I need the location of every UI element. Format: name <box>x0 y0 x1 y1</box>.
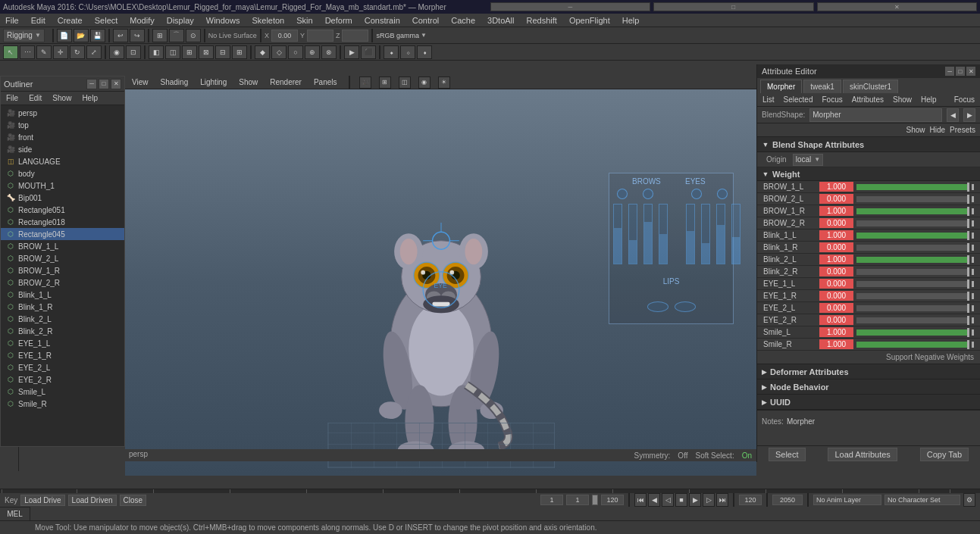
hide-btn[interactable]: Hide <box>930 126 946 134</box>
weight-value[interactable]: 0.000 <box>819 315 853 325</box>
presets-btn-container[interactable]: Presets <box>950 126 975 134</box>
outliner-menu-edit[interactable]: Edit <box>27 94 44 102</box>
menu-file[interactable]: File <box>3 16 21 25</box>
render1[interactable]: ▶ <box>344 45 359 59</box>
weight-value[interactable]: 0.000 <box>819 242 853 252</box>
outliner-item-brow_1_r[interactable]: ⬡BROW_1_R <box>1 264 124 276</box>
char-set-select[interactable]: No Character Set <box>885 495 960 505</box>
play-back-btn[interactable]: ◁ <box>662 493 674 507</box>
lasso-tool[interactable]: ⋯ <box>20 45 35 59</box>
menu-create[interactable]: Create <box>55 16 85 25</box>
bs-prev-arrow[interactable]: ◀ <box>947 108 959 122</box>
menu-select[interactable]: Select <box>92 16 121 25</box>
range-end-playback[interactable]: 120 <box>601 495 624 505</box>
snap1[interactable]: ◆ <box>255 45 270 59</box>
vp-panels[interactable]: Panels <box>312 78 340 86</box>
weight-row-eye_1_r[interactable]: EYE_1_R0.000 <box>757 290 980 302</box>
weight-row-eye_2_l[interactable]: EYE_2_L0.000 <box>757 302 980 314</box>
rigging-dropdown[interactable]: Rigging ▼ <box>3 29 45 42</box>
menu-display[interactable]: Display <box>164 16 196 25</box>
vp-light-btn[interactable]: ☀ <box>438 77 450 89</box>
outliner-item-blink_1_l[interactable]: ⬡Blink_1_L <box>1 289 124 301</box>
toolbar-undo[interactable]: ↩ <box>113 29 128 42</box>
outliner-item-rectangle045[interactable]: ⬡Rectangle045 <box>1 228 124 240</box>
outliner-item-brow_1_l[interactable]: ⬡BROW_1_L <box>1 240 124 252</box>
outliner-item-rectangle018[interactable]: ⬡Rectangle018 <box>1 216 124 228</box>
outliner-item-blink_2_l[interactable]: ⬡Blink_2_L <box>1 313 124 325</box>
outliner-item-brow_2_l[interactable]: ⬡BROW_2_L <box>1 252 124 264</box>
weight-row-blink_1_l[interactable]: Blink_1_L1.000 <box>757 230 980 242</box>
menu-skin[interactable]: Skin <box>294 16 315 25</box>
scale-tool[interactable]: ⤢ <box>86 45 102 59</box>
menu-constrain[interactable]: Constrain <box>362 16 402 25</box>
weight-value[interactable]: 0.000 <box>819 303 853 313</box>
outliner-item-top[interactable]: 🎥top <box>1 119 124 131</box>
weight-slider-track[interactable] <box>856 342 969 348</box>
next-frame-btn[interactable]: ▷ <box>703 493 715 507</box>
attr-show-menu[interactable]: Show <box>891 95 914 104</box>
menu-help[interactable]: Help <box>620 16 642 25</box>
stop-btn[interactable]: ■ <box>675 493 687 507</box>
outliner-item-side[interactable]: 🎥side <box>1 143 124 155</box>
attr-focus-btn[interactable]: Focus <box>819 95 844 104</box>
poly-model3[interactable]: ⊞ <box>182 45 197 59</box>
outliner-item-mouth_1[interactable]: ⬡MOUTH_1 <box>1 180 124 192</box>
weight-slider-track[interactable] <box>856 305 969 311</box>
node-behavior-header[interactable]: ▶ Node Behavior <box>757 379 980 395</box>
rotate-tool[interactable]: ↻ <box>70 45 85 59</box>
menu-skeleton[interactable]: Skeleton <box>249 16 286 25</box>
weight-row-blink_2_l[interactable]: Blink_2_L1.000 <box>757 254 980 266</box>
outliner-menu-help[interactable]: Help <box>80 94 100 102</box>
attr-selected-btn[interactable]: Selected <box>781 95 816 104</box>
move-tool[interactable]: ✛ <box>53 45 68 59</box>
weight-row-eye_1_l[interactable]: EYE_1_L0.000 <box>757 278 980 290</box>
anim3[interactable]: ⬧ <box>417 45 432 59</box>
toolbar-snap-curve[interactable]: ⌒ <box>169 29 184 42</box>
outliner-item-blink_1_r[interactable]: ⬡Blink_1_R <box>1 301 124 313</box>
outliner-item-smile_r[interactable]: ⬡Smile_R <box>1 398 124 410</box>
vp-renderer[interactable]: Renderer <box>268 78 304 86</box>
outliner-menu-show[interactable]: Show <box>50 94 74 102</box>
menu-control[interactable]: Control <box>410 16 441 25</box>
vp-cam-btn[interactable]: 🎥 <box>359 77 371 89</box>
attr-float[interactable]: □ <box>956 67 965 76</box>
play-fwd-btn[interactable]: ▶ <box>689 493 701 507</box>
weight-row-smile_l[interactable]: Smile_L1.000 <box>757 326 980 339</box>
outliner-item-rectangle051[interactable]: ⬡Rectangle051 <box>1 204 124 216</box>
weight-value[interactable]: 1.000 <box>819 206 853 216</box>
menu-modify[interactable]: Modify <box>127 16 156 25</box>
weight-value[interactable]: 1.000 <box>819 339 853 349</box>
uuid-section-header[interactable]: ▶ UUID <box>757 395 980 410</box>
weight-slider-track[interactable] <box>856 317 969 323</box>
origin-select[interactable]: local ▼ <box>793 154 824 166</box>
outliner-maximize[interactable]: □ <box>99 79 109 89</box>
toolbar-save[interactable]: 💾 <box>90 29 105 42</box>
z-input[interactable] <box>342 30 368 42</box>
menu-openflight[interactable]: OpenFlight <box>567 16 612 25</box>
tab-skincluster1[interactable]: skinCluster1 <box>843 80 898 93</box>
copy-tab-btn[interactable]: Copy Tab <box>920 448 969 461</box>
snap2[interactable]: ◇ <box>271 45 286 59</box>
bsa-section-header[interactable]: ▼ Blend Shape Attributes <box>757 137 980 152</box>
outliner-item-body[interactable]: ⬡body <box>1 167 124 180</box>
outliner-item-eye_2_r[interactable]: ⬡EYE_2_R <box>1 373 124 386</box>
snap4[interactable]: ⊕ <box>305 45 320 59</box>
outliner-item-bip001[interactable]: 🦴Bip001 <box>1 192 124 204</box>
weight-slider-track[interactable] <box>856 220 969 226</box>
attr-attributes-btn[interactable]: Attributes <box>850 95 886 104</box>
vp-view[interactable]: View <box>130 78 151 86</box>
menu-3dtoall[interactable]: 3DtoAll <box>485 16 516 25</box>
weight-value[interactable]: 0.000 <box>819 291 853 301</box>
toolbar-snap-grid[interactable]: ⊞ <box>152 29 168 42</box>
tab-morpher[interactable]: Morpher <box>760 80 802 93</box>
bs-next-arrow[interactable]: ▶ <box>963 108 975 122</box>
menu-cache[interactable]: Cache <box>449 16 477 25</box>
load-attributes-btn[interactable]: Load Attributes <box>828 448 897 461</box>
range-start-input[interactable]: 1 <box>540 495 563 505</box>
tweak-mode[interactable]: ⊡ <box>126 45 141 59</box>
anim1[interactable]: ⬥ <box>384 45 399 59</box>
vp-grid-btn[interactable]: ⊞ <box>379 77 391 89</box>
poly-model5[interactable]: ⊟ <box>215 45 230 59</box>
paint-tool[interactable]: ✎ <box>36 45 52 59</box>
attr-close[interactable]: ✕ <box>966 67 975 76</box>
